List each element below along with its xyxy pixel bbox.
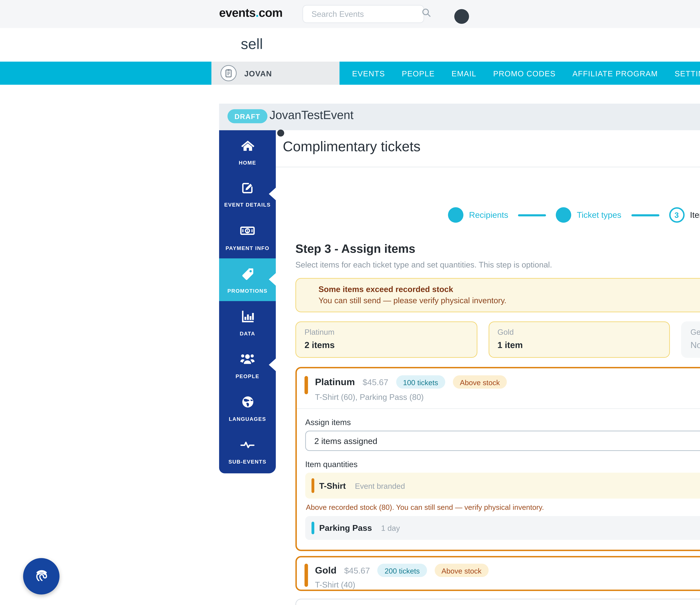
tickets-count-badge: 200 tickets <box>378 564 427 577</box>
nav-items: EVENTSPEOPLEEMAILPROMO CODESAFFILIATE PR… <box>352 62 700 85</box>
sidebar-notch <box>269 188 276 200</box>
sidebar-item-payment-info[interactable]: 1PAYMENT INFO <box>219 216 276 258</box>
nav-item-people[interactable]: PEOPLE <box>402 69 435 77</box>
sidebar-notch <box>269 273 276 286</box>
item-quantity-row-parking-pass: Parking Pass1 day80 / 150 total✕ <box>305 516 700 540</box>
search-input[interactable] <box>310 9 421 19</box>
event-header: DRAFT JovanTestEvent Go Live EDITDESIGNP… <box>219 104 700 130</box>
item-desc: 1 day <box>381 524 400 532</box>
event-title: JovanTestEvent <box>270 108 353 123</box>
chart-icon <box>240 309 255 327</box>
fingerprint-icon <box>32 565 51 587</box>
logo-dot: . <box>255 6 258 20</box>
logo-text: events <box>219 6 255 20</box>
ticket-card-header: Gold$45.67200 ticketsAbove stock <box>297 557 700 577</box>
payment-icon: 1 <box>240 223 255 242</box>
sidebar-item-promotions[interactable]: PROMOTIONS <box>219 258 276 301</box>
step-subheading: Select items for each ticket type and se… <box>295 261 700 269</box>
summary-card-gold[interactable]: Gold1 item <box>488 321 670 358</box>
ticket-card-general-admission[interactable]: General Admission$45.67300 ticketsNo ite… <box>295 599 700 605</box>
wizard-step-circle <box>448 207 464 223</box>
wizard-step-recipients[interactable]: Recipients <box>448 207 508 223</box>
ticket-price: $45.67 <box>362 377 389 387</box>
org-tab[interactable]: JOVAN <box>211 62 340 85</box>
summary-card-value: 1 item <box>497 340 661 350</box>
above-stock-badge: Above stock <box>434 564 489 577</box>
wizard-connector <box>631 214 659 216</box>
nav-item-affiliate-program[interactable]: AFFILIATE PROGRAM <box>572 69 658 77</box>
alert-title: Some items exceed recorded stock <box>319 285 700 293</box>
sidebar-item-home[interactable]: HOME <box>219 130 276 173</box>
content-body: View history RecipientsTicket types3Item… <box>276 191 700 605</box>
step-wizard: RecipientsTicket types3Items <box>295 207 700 223</box>
sidebar-item-label: EVENT DETAILS <box>224 202 271 208</box>
ticket-card-gold[interactable]: Gold$45.67200 ticketsAbove stockT-Shirt … <box>295 556 700 591</box>
alert-body: You can still send — please verify physi… <box>319 296 700 305</box>
ticket-card-header: Platinum $45.67 100 tickets Above stock <box>297 368 700 389</box>
tag-icon <box>240 266 255 284</box>
assigned-items-summary: T-Shirt (60), Parking Pass (80) <box>297 389 700 408</box>
sidebar-item-people[interactable]: PEOPLE <box>219 344 276 387</box>
wizard-step-ticket-types[interactable]: Ticket types <box>556 207 621 223</box>
item-accent-bar <box>311 478 314 493</box>
page-title: Complimentary tickets <box>283 139 421 155</box>
summary-cards: Platinum2 itemsGold1 itemGeneral Admissi… <box>295 321 700 358</box>
sidebar-item-event-details[interactable]: EVENT DETAILS <box>219 173 276 216</box>
summary-card-value: No items <box>691 340 700 350</box>
sidebar-item-data[interactable]: DATA <box>219 301 276 344</box>
sidebar-item-label: PEOPLE <box>235 373 259 380</box>
summary-card-label: Gold <box>497 328 661 336</box>
summary-card-label: Platinum <box>304 328 468 336</box>
draft-status-badge: DRAFT <box>227 109 267 123</box>
stock-alert: Some items exceed recorded stock You can… <box>295 278 700 312</box>
assigned-items-field[interactable]: 2 items assigned Add or remove <box>305 431 700 451</box>
ticket-price: $45.67 <box>344 565 370 575</box>
step-heading: Step 3 - Assign items <box>295 242 700 256</box>
fingerprint-fab[interactable] <box>23 558 59 595</box>
history-row: View history <box>295 191 700 200</box>
ticket-type-name: Platinum <box>315 377 355 387</box>
ticket-card-header: General Admission$45.67300 tickets <box>296 599 700 605</box>
nav-item-settings[interactable]: SETTINGS <box>675 69 700 77</box>
clipboard-icon <box>221 65 236 81</box>
page-title-row: Complimentary tickets <box>276 130 700 167</box>
wizard-step-label: Items <box>690 210 700 220</box>
summary-card-value: 2 items <box>304 340 468 350</box>
card-divider <box>297 408 700 409</box>
logo-text-com: com <box>259 6 282 20</box>
ticket-card-body: Assign items 2 items assigned Add or rem… <box>297 418 700 550</box>
collapsed-ticket-cards: Gold$45.67200 ticketsAbove stockT-Shirt … <box>295 556 700 605</box>
user-avatar[interactable] <box>454 9 469 24</box>
sidebar-item-label: HOME <box>239 160 256 166</box>
ticket-type-name: Gold <box>315 565 336 576</box>
summary-card-label: General Admission <box>691 328 700 336</box>
sidebar-notch <box>269 359 276 371</box>
sidebar-item-sub-events[interactable]: SUB-EVENTS <box>219 429 276 472</box>
home-icon <box>240 138 255 156</box>
item-name: Parking Pass <box>319 523 372 533</box>
item-quantity-row-t-shirt: T-ShirtEvent branded100 / 80 total✕ <box>305 473 700 499</box>
search-box[interactable] <box>302 5 424 23</box>
nav-item-email[interactable]: EMAIL <box>451 69 476 77</box>
sidebar-item-label: PAYMENT INFO <box>226 245 269 251</box>
app: events.com sell CREATE AN EVENT JOVAN EV… <box>0 0 700 605</box>
nav-item-promo-codes[interactable]: PROMO CODES <box>493 69 556 77</box>
ticket-card-platinum: Platinum $45.67 100 tickets Above stock … <box>295 367 700 551</box>
sidebar-item-label: LANGUAGES <box>229 416 266 422</box>
summary-card-general-admission[interactable]: General AdmissionNo items <box>681 321 700 358</box>
notification-dot <box>277 129 284 137</box>
main-content: Complimentary tickets View history Recip… <box>276 130 700 605</box>
events-logo[interactable]: events.com <box>219 6 282 20</box>
tickets-count-badge: 100 tickets <box>396 375 445 389</box>
wizard-step-items[interactable]: 3Items <box>669 207 700 223</box>
summary-card-platinum[interactable]: Platinum2 items <box>295 321 477 358</box>
wizard-step-circle <box>556 207 571 223</box>
sidebar-item-languages[interactable]: LANGUAGES <box>219 387 276 429</box>
nav-item-events[interactable]: EVENTS <box>352 69 385 77</box>
assign-items-label: Assign items <box>305 418 700 427</box>
item-quantities-label: Item quantities <box>305 460 700 468</box>
wizard-step-label: Recipients <box>469 210 508 220</box>
edit-icon <box>240 181 255 198</box>
org-name: JOVAN <box>244 69 272 77</box>
main-navbar: JOVAN EVENTSPEOPLEEMAILPROMO CODESAFFILI… <box>0 62 700 85</box>
